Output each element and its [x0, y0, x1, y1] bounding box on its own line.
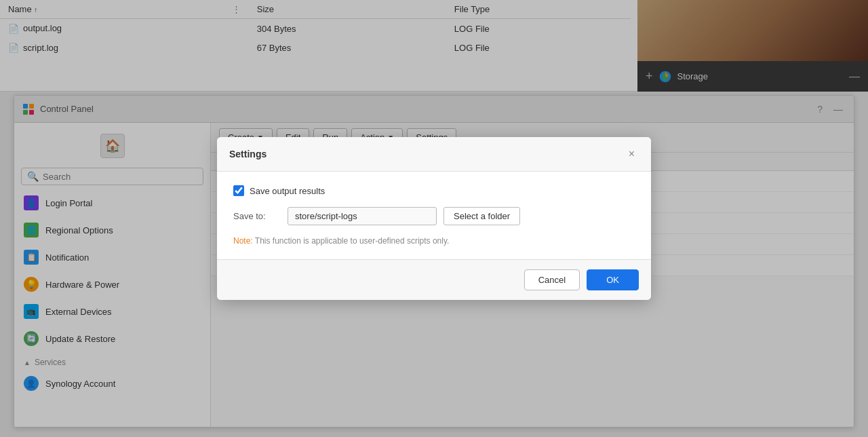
cancel-button[interactable]: Cancel: [524, 269, 580, 290]
save-output-label: Save output results: [250, 186, 325, 196]
modal-title: Settings: [229, 149, 267, 159]
save-to-row: Save to: Select a folder: [233, 207, 635, 225]
select-folder-button[interactable]: Select a folder: [443, 207, 520, 225]
modal-note: Note: This function is applicable to use…: [233, 236, 635, 246]
settings-modal: Settings × Save output results Save to: …: [217, 137, 651, 300]
save-to-label: Save to:: [233, 211, 281, 221]
ok-button[interactable]: OK: [587, 269, 639, 290]
modal-header: Settings ×: [217, 137, 651, 172]
modal-footer: Cancel OK: [217, 259, 651, 300]
modal-close-button[interactable]: ×: [625, 147, 639, 162]
modal-body: Save output results Save to: Select a fo…: [217, 172, 651, 259]
save-path-input[interactable]: [288, 207, 437, 225]
modal-overlay: Settings × Save output results Save to: …: [0, 0, 868, 437]
note-label: Note:: [233, 236, 253, 246]
save-output-row: Save output results: [233, 185, 635, 196]
save-output-checkbox[interactable]: [233, 185, 244, 196]
